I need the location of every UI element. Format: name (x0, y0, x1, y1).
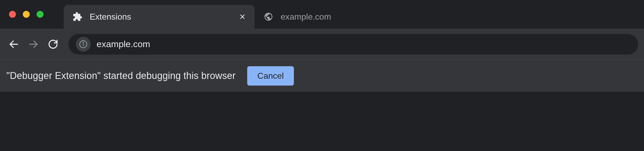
address-bar[interactable]: example.com (68, 34, 638, 55)
tab-title: example.com (281, 12, 374, 22)
cancel-button[interactable]: Cancel (247, 66, 294, 86)
maximize-window-button[interactable] (37, 11, 43, 18)
forward-button[interactable] (25, 36, 41, 52)
debugger-infobar: "Debugger Extension" started debugging t… (0, 60, 644, 92)
tab-strip: Extensions example.com (0, 0, 644, 29)
url-text: example.com (97, 39, 150, 49)
infobar-message: "Debugger Extension" started debugging t… (6, 70, 236, 81)
back-button[interactable] (6, 36, 22, 52)
reload-button[interactable] (45, 36, 61, 52)
tab-extensions[interactable]: Extensions (64, 5, 255, 29)
tab-example-com[interactable]: example.com (255, 5, 382, 29)
toolbar: example.com (0, 29, 644, 60)
globe-icon (263, 11, 274, 22)
window-controls (9, 11, 43, 18)
site-info-button[interactable] (76, 37, 91, 52)
close-tab-button[interactable] (238, 12, 247, 21)
extension-icon (72, 11, 83, 22)
tab-title: Extensions (90, 12, 238, 22)
close-window-button[interactable] (9, 11, 16, 18)
minimize-window-button[interactable] (23, 11, 30, 18)
svg-point-6 (83, 42, 84, 43)
